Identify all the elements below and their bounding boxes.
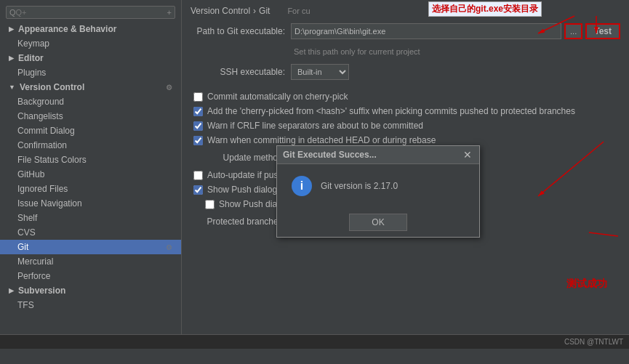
update-method-label: Update method: bbox=[191, 153, 285, 163]
breadcrumb-separator: › bbox=[253, 6, 256, 16]
crlf-checkbox[interactable] bbox=[193, 121, 203, 131]
gear-icon: ⚙ bbox=[166, 84, 172, 92]
git-success-modal: Git Executed Succes... ✕ i Git version i… bbox=[276, 145, 480, 238]
sidebar-item-appearance[interactable]: ▶ Appearance & Behavior bbox=[0, 22, 181, 36]
sidebar-item-label: Confirmation bbox=[17, 140, 67, 150]
ok-button[interactable]: OK bbox=[349, 214, 406, 231]
sidebar-item-label: Version Control bbox=[20, 82, 84, 92]
modal-title: Git Executed Succes... bbox=[283, 150, 377, 160]
ssh-select[interactable]: Built-in OpenSSH Other bbox=[291, 64, 349, 80]
modal-message: Git version is 2.17.0 bbox=[321, 181, 398, 191]
sidebar-item-label: Shelf bbox=[17, 213, 37, 223]
sidebar-item-ignored-files[interactable]: Ignored Files bbox=[0, 182, 181, 196]
modal-footer: OK bbox=[277, 208, 479, 237]
sidebar-item-label: CVS bbox=[17, 227, 36, 238]
sidebar-item-label: Appearance & Behavior bbox=[18, 24, 116, 34]
sidebar-item-confirmation[interactable]: Confirmation bbox=[0, 138, 181, 153]
hint-row: Set this path only for current project bbox=[191, 44, 620, 60]
cherry-pick-checkbox[interactable] bbox=[193, 92, 203, 102]
ssh-row: SSH executable: Built-in OpenSSH Other bbox=[191, 64, 620, 80]
hint-text: Set this path only for current project bbox=[294, 47, 420, 56]
sidebar-item-version-control[interactable]: ▼ Version Control ⚙ bbox=[0, 80, 181, 94]
sidebar-item-subversion[interactable]: ▶ Subversion bbox=[0, 283, 181, 298]
info-icon: i bbox=[292, 176, 312, 196]
path-input-group: ... Test bbox=[291, 23, 620, 39]
sidebar-item-label: Perforce bbox=[17, 271, 50, 281]
path-label: Path to Git executable: bbox=[191, 26, 285, 36]
sidebar-item-label: Background bbox=[17, 97, 64, 107]
suffix-row: Add the 'cherry-picked from <hash>' suff… bbox=[191, 106, 620, 116]
suffix-checkbox[interactable] bbox=[193, 107, 203, 116]
sidebar-item-label: Changelists bbox=[17, 111, 63, 121]
breadcrumb-part2: Git bbox=[259, 6, 270, 16]
cherry-pick-label: Commit automatically on cherry-pick bbox=[207, 92, 348, 102]
auto-update-checkbox[interactable] bbox=[193, 171, 203, 180]
sidebar-item-label: Plugins bbox=[17, 68, 46, 78]
sidebar-item-tfs[interactable]: TFS bbox=[0, 298, 181, 312]
sidebar-item-background[interactable]: Background bbox=[0, 94, 181, 109]
sidebar-item-label: TFS bbox=[17, 300, 34, 310]
show-push-only-checkbox[interactable] bbox=[205, 200, 215, 209]
sidebar-item-label: Commit Dialog bbox=[17, 126, 75, 136]
sidebar-item-git[interactable]: Git ⚙ bbox=[0, 240, 181, 254]
search-input[interactable] bbox=[16, 8, 167, 17]
modal-body: i Git version is 2.17.0 bbox=[277, 164, 479, 208]
sidebar-item-label: Mercurial bbox=[17, 256, 53, 267]
sidebar-item-commit-dialog[interactable]: Commit Dialog bbox=[0, 124, 181, 138]
sidebar-item-editor[interactable]: ▶ Editor bbox=[0, 51, 181, 65]
sidebar-item-changelists[interactable]: Changelists bbox=[0, 109, 181, 124]
sidebar-item-label: Subversion bbox=[18, 286, 65, 296]
sidebar-item-label: File Status Colors bbox=[17, 155, 87, 165]
sidebar-item-file-status-colors[interactable]: File Status Colors bbox=[0, 153, 181, 167]
sidebar-item-label: Ignored Files bbox=[17, 184, 68, 194]
detached-label: Warn when committing in detached HEAD or… bbox=[207, 135, 436, 145]
sidebar-item-github[interactable]: GitHub bbox=[0, 167, 181, 182]
detached-checkbox[interactable] bbox=[193, 136, 203, 145]
cherry-pick-row: Commit automatically on cherry-pick bbox=[191, 92, 620, 102]
show-push-checkbox[interactable] bbox=[193, 185, 203, 195]
search-prefix: + bbox=[167, 8, 172, 17]
sidebar-item-label: Git bbox=[17, 242, 28, 252]
sidebar-item-label: Issue Navigation bbox=[17, 198, 82, 209]
chevron-icon: ▼ bbox=[9, 84, 15, 91]
sidebar-item-perforce[interactable]: Perforce bbox=[0, 269, 181, 283]
sidebar-item-plugins[interactable]: Plugins bbox=[0, 65, 181, 80]
annotation-top-label: 选择自己的git.exe安装目录 bbox=[428, 1, 542, 17]
modal-close-button[interactable]: ✕ bbox=[462, 149, 473, 161]
browse-button[interactable]: ... bbox=[564, 23, 582, 39]
sidebar-item-issue-navigation[interactable]: Issue Navigation bbox=[0, 196, 181, 211]
gear-icon: ⚙ bbox=[166, 243, 172, 251]
sidebar-item-shelf[interactable]: Shelf bbox=[0, 211, 181, 225]
path-row: Path to Git executable: ... Test bbox=[191, 23, 620, 39]
sidebar-item-label: Editor bbox=[18, 53, 44, 63]
ssh-label: SSH executable: bbox=[191, 67, 285, 77]
sidebar-item-cvs[interactable]: CVS bbox=[0, 225, 181, 240]
detached-row: Warn when committing in detached HEAD or… bbox=[191, 135, 620, 145]
sidebar-search[interactable]: Q + bbox=[6, 6, 175, 19]
success-annotation: 测试成功 bbox=[566, 278, 607, 291]
sidebar: Q + ▶ Appearance & Behavior Keymap ▶ Edi… bbox=[0, 0, 182, 334]
bottom-bar-text: CSDN @TNTLWT bbox=[564, 338, 623, 346]
test-button[interactable]: Test bbox=[585, 23, 620, 39]
sidebar-item-label: Keymap bbox=[17, 39, 49, 49]
for-current-text: For cu bbox=[287, 7, 310, 15]
path-input[interactable] bbox=[291, 23, 561, 39]
breadcrumb: Version Control › Git For cu 选择自己的git.ex… bbox=[191, 6, 620, 16]
chevron-icon: ▶ bbox=[9, 287, 14, 294]
svg-line-6 bbox=[589, 232, 618, 236]
bottom-bar: CSDN @TNTLWT bbox=[0, 334, 629, 349]
sidebar-item-label: GitHub bbox=[17, 169, 44, 179]
sidebar-item-mercurial[interactable]: Mercurial bbox=[0, 254, 181, 269]
chevron-icon: ▶ bbox=[9, 25, 14, 33]
crlf-label: Warn if CRLF line separators are about t… bbox=[207, 121, 423, 131]
search-icon: Q bbox=[9, 8, 16, 17]
sidebar-item-keymap[interactable]: Keymap bbox=[0, 36, 181, 51]
suffix-label: Add the 'cherry-picked from <hash>' suff… bbox=[207, 106, 575, 116]
chevron-icon: ▶ bbox=[9, 54, 14, 62]
breadcrumb-part1: Version Control bbox=[191, 6, 250, 16]
crlf-row: Warn if CRLF line separators are about t… bbox=[191, 121, 620, 131]
protected-label: Protected branches: bbox=[191, 217, 285, 227]
modal-header: Git Executed Succes... ✕ bbox=[277, 146, 479, 164]
